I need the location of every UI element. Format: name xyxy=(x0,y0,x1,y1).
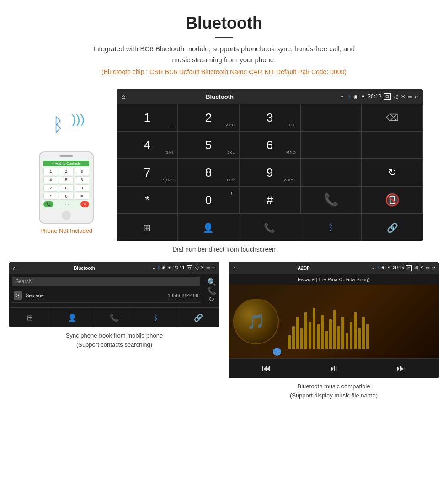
status-icons: ᛒ ◉ ▼ 20:12 ⊡ ◁) ✕ ▭ ↩ xyxy=(348,93,418,100)
phone-end-btn[interactable]: ✕ xyxy=(80,201,89,207)
dial-action-bar: ⊞ 👤 📞 ᛒ 🔗 xyxy=(117,214,423,241)
bt-waves-icon: ))) xyxy=(72,112,85,127)
phone-key-2[interactable]: 2 xyxy=(59,168,74,175)
location-icon: ◉ xyxy=(353,94,358,100)
music-back-icon[interactable]: ↩ xyxy=(432,265,435,271)
phone-speaker xyxy=(59,155,73,157)
viz-bar xyxy=(362,317,365,349)
phone-key-9[interactable]: 9 xyxy=(75,184,89,192)
action-keypad[interactable]: ⊞ xyxy=(117,214,178,241)
camera-icon[interactable]: ⊡ xyxy=(384,93,391,100)
pb-title: Bluetooth xyxy=(19,266,149,271)
dial-key-8[interactable]: 8 TUV xyxy=(178,159,239,186)
action-calls[interactable]: 📞 xyxy=(239,214,300,241)
dial-key-5[interactable]: 5 JKL xyxy=(178,131,239,159)
dial-key-2[interactable]: 2 ABC xyxy=(178,104,239,131)
playpause-button[interactable]: ⏯ xyxy=(329,363,338,374)
phone-key-4[interactable]: 4 xyxy=(43,176,58,183)
phone-screen: + Add to Contacts 1 2 3 4 5 6 7 8 9 * 0 … xyxy=(42,159,91,209)
car-dial-screen: ⌂ Bluetooth ⌁ ᛒ ◉ ▼ 20:12 ⊡ ◁) ✕ ▭ ↩ 1 ∽ xyxy=(117,89,423,241)
phone-not-included-label: Phone Not Included xyxy=(40,227,92,234)
phonebook-wrap: ⌂ Bluetooth ⌁ ᛒ ◉ ▼ 20:11 ⊡ ◁) ✕ ▭ ↩ xyxy=(9,262,219,400)
dial-key-3[interactable]: 3 DEF xyxy=(239,104,300,131)
pb-search-icon[interactable]: 🔍 xyxy=(207,278,216,286)
music-win-icon[interactable]: ▭ xyxy=(426,265,430,271)
back-icon[interactable]: ↩ xyxy=(414,94,418,100)
pb-act-contacts[interactable]: 👤 xyxy=(51,308,93,327)
pb-right-icons: 🔍 📞 ↻ xyxy=(203,274,219,307)
phone-call-btn[interactable]: 📞 xyxy=(43,201,53,207)
phone-key-hash[interactable]: # xyxy=(75,193,89,200)
phone-key-5[interactable]: 5 xyxy=(59,176,74,183)
viz-bar xyxy=(321,315,324,349)
phone-key-8[interactable]: 8 xyxy=(59,184,74,192)
contact-row[interactable]: S Seicane 13566664466 xyxy=(12,289,200,303)
music-vol-icon[interactable]: ◁) xyxy=(414,265,418,271)
dial-empty-2 xyxy=(300,131,362,159)
dial-backspace[interactable]: ⌫ xyxy=(362,104,423,131)
page-description: Integrated with BC6 Bluetooth module, su… xyxy=(87,43,361,65)
pb-act-link[interactable]: 🔗 xyxy=(177,308,219,327)
phone-key-3[interactable]: 3 xyxy=(75,168,89,175)
music-main: 🎵 ᛒ xyxy=(229,285,439,358)
phone-screen-header: + Add to Contacts xyxy=(43,161,89,166)
pb-close-icon[interactable]: ✕ xyxy=(201,265,204,271)
close-icon[interactable]: ✕ xyxy=(401,94,405,100)
pb-vol-icon[interactable]: ◁) xyxy=(194,265,199,271)
phone-key-0[interactable]: 0 xyxy=(59,193,74,200)
pb-act-bt[interactable]: ᛒ xyxy=(135,308,177,327)
action-contacts[interactable]: 👤 xyxy=(178,214,239,241)
dial-key-9[interactable]: 9 WXYZ xyxy=(239,159,300,186)
status-home-icon[interactable]: ⌂ xyxy=(121,92,126,101)
end-call-icon: 📵 xyxy=(385,193,400,207)
pb-act-keypad[interactable]: ⊞ xyxy=(9,308,51,327)
music-close-icon[interactable]: ✕ xyxy=(420,265,424,271)
dial-key-star[interactable]: * xyxy=(117,186,178,214)
pb-home-icon[interactable]: ⌂ xyxy=(13,265,16,272)
prev-button[interactable]: ⏮ xyxy=(262,363,271,374)
music-visualizer xyxy=(283,285,439,358)
dial-key-7[interactable]: 7 PQRS xyxy=(117,159,178,186)
phone-key-7[interactable]: 7 xyxy=(43,184,58,192)
dial-key-hash[interactable]: # xyxy=(239,186,300,214)
phonebook-search[interactable]: Search xyxy=(12,277,200,286)
music-cam-icon[interactable]: ⊡ xyxy=(406,265,412,271)
phone-key-1[interactable]: 1 xyxy=(43,168,58,175)
pb-win-icon[interactable]: ▭ xyxy=(206,265,210,271)
bt-status-icon: ᛒ xyxy=(348,94,351,99)
pb-loc-icon: ◉ xyxy=(162,265,165,271)
pb-bt-icon: ᛒ xyxy=(158,265,160,271)
music-status-icons: ᛒ ◉ ▼ 20:15 ⊡ ◁) ✕ ▭ ↩ xyxy=(377,265,435,271)
pb-act-calls[interactable]: 📞 xyxy=(93,308,135,327)
dial-key-1[interactable]: 1 ∽ xyxy=(117,104,178,131)
phone-home-button[interactable] xyxy=(62,211,71,220)
pb-status-icons: ᛒ ◉ ▼ 20:11 ⊡ ◁) ✕ ▭ ↩ xyxy=(158,265,216,271)
phone-key-6[interactable]: 6 xyxy=(75,176,89,183)
dial-empty-3 xyxy=(362,131,423,159)
dial-key-6[interactable]: 6 MNO xyxy=(239,131,300,159)
music-caption-line1: Bluetooth music compatible xyxy=(298,383,370,390)
phone-key-star[interactable]: * xyxy=(43,193,58,200)
dial-key-4[interactable]: 4 GHI xyxy=(117,131,178,159)
dial-end-button[interactable]: 📵 xyxy=(362,186,423,214)
dial-num-1: 1 xyxy=(144,111,150,125)
action-bluetooth[interactable]: ᛒ xyxy=(300,214,362,241)
phonebook-content: Search S Seicane 13566664466 xyxy=(9,274,203,306)
pb-link-icon: 🔗 xyxy=(194,313,203,322)
dial-call-button[interactable]: 📞 xyxy=(300,186,362,214)
pb-back-icon[interactable]: ↩ xyxy=(212,265,216,271)
pb-call-icon[interactable]: 📞 xyxy=(207,286,216,295)
action-link[interactable]: 🔗 xyxy=(362,214,423,241)
pb-cam-icon[interactable]: ⊡ xyxy=(187,265,192,271)
dial-key-0[interactable]: 0 + xyxy=(178,186,239,214)
dial-refresh[interactable]: ↻ xyxy=(362,159,423,186)
page-title: Bluetooth xyxy=(9,14,439,33)
music-home-icon[interactable]: ⌂ xyxy=(232,265,236,272)
contact-letter: S xyxy=(14,291,22,300)
volume-icon[interactable]: ◁) xyxy=(393,94,399,100)
next-button[interactable]: ⏭ xyxy=(396,363,405,374)
pb-refresh-icon[interactable]: ↻ xyxy=(208,295,214,304)
album-bt-icon: ᛒ xyxy=(276,350,278,354)
window-icon[interactable]: ▭ xyxy=(407,94,412,100)
pb-time: 20:11 xyxy=(173,265,185,271)
